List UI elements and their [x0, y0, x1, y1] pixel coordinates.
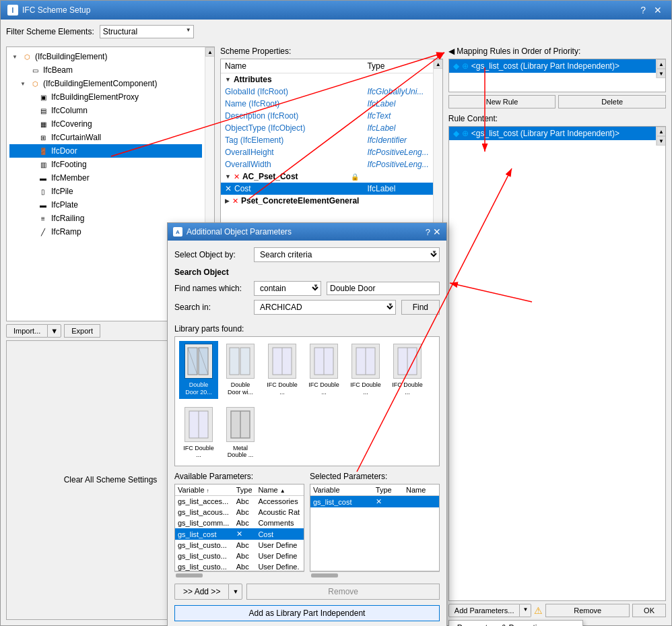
tree-item-ifc-footing[interactable]: ▥ IfcFooting [9, 158, 202, 171]
help-button[interactable]: ? [638, 5, 648, 15]
add-button[interactable]: >> Add >> [174, 584, 228, 600]
lib-item-ifc-double-4[interactable]: IFC Double ... [388, 341, 427, 399]
tree-item-ifc-beam[interactable]: ▭ IfcBeam [9, 63, 202, 77]
tree-item-ifc-curtain-wall[interactable]: ⊞ IfcCurtainWall [9, 131, 202, 144]
scroll-down[interactable]: ▼ [657, 136, 665, 146]
select-object-by-select[interactable]: Search criteria Library Part Object [254, 247, 440, 262]
delete-button[interactable]: Delete [558, 95, 666, 108]
scroll-up[interactable]: ▲ [657, 59, 665, 69]
sel-col-type[interactable]: Type [373, 484, 403, 496]
condition-select[interactable]: contain start with end with equal [254, 281, 321, 296]
table-row[interactable]: Name (IfcRoot) IfcLabel [221, 98, 433, 110]
prop-link[interactable]: OverallHeight [225, 148, 274, 157]
import-button[interactable]: Import... [6, 324, 47, 338]
avail-param-row[interactable]: gs_list_custo... Abc User Define [175, 551, 304, 561]
lib-item-ifc-double-2[interactable]: IFC Double ... [304, 341, 343, 399]
group-toggle[interactable]: ▼ [225, 173, 231, 180]
modal-help-button[interactable]: ? [426, 227, 430, 237]
remove-button[interactable]: Remove [545, 604, 630, 617]
search-in-select[interactable]: ARCHICAD [254, 300, 396, 315]
scroll-up[interactable]: ▲ [657, 127, 665, 136]
remove-modal-button[interactable]: Remove [246, 584, 440, 600]
modal-body: Select Object by: Search criteria Librar… [168, 241, 446, 626]
table-row-selected[interactable]: ✕ Cost IfcLabel [221, 183, 433, 195]
tree-item-ifc-bep[interactable]: ▣ IfcBuildingElementProxy [9, 90, 202, 104]
prop-link[interactable]: Name (IfcRoot) [225, 99, 279, 108]
group-ac-pset-cost[interactable]: ▼ ✕ AC_Pset_Cost 🔒 [221, 170, 433, 183]
lib-item-label: IFC Double ... [391, 381, 424, 396]
tree-item-ifc-bec[interactable]: ▼ ⬡ (IfcBuildingElementComponent) [9, 77, 202, 90]
railing-icon: ≡ [38, 213, 48, 224]
group-attributes[interactable]: ▼ Attributes [221, 73, 433, 86]
group-pset-concrete[interactable]: ▶ ✕ Pset_ConcreteElementGeneral [221, 195, 433, 207]
mapping-rule-item[interactable]: ◆ ⊕ <gs_list_cost (Library Part Independ… [449, 59, 656, 73]
available-params-table: Variable ↑ Type Name ▲ gs_list_acces... … [175, 484, 304, 571]
prop-link[interactable]: Description (IfcRoot) [225, 111, 298, 121]
filter-label: Filter Scheme Elements: [6, 27, 94, 36]
new-rule-button[interactable]: New Rule [448, 95, 556, 108]
tree-item-ifc-plate[interactable]: ▬ IfcPlate [9, 198, 202, 212]
lib-item-ifc-double-1[interactable]: IFC Double ... [263, 341, 302, 399]
add-parameters-arrow[interactable]: ▼ [520, 604, 531, 617]
tree-item-ifc-member[interactable]: ▬ IfcMember [9, 171, 202, 185]
lib-item-double-door-20[interactable]: Double Door 20... [179, 341, 218, 399]
sel-col-name[interactable]: Name [403, 484, 439, 496]
curtain-wall-icon: ⊞ [38, 132, 48, 143]
prop-link[interactable]: Tag (IfcElement) [225, 135, 283, 145]
avail-param-row[interactable]: gs_list_custo... Abc User Define [175, 540, 304, 551]
find-button[interactable]: Find [401, 300, 440, 315]
table-row[interactable]: Description (IfcRoot) IfcText [221, 110, 433, 122]
tree-item-ifc-column[interactable]: ▤ IfcColumn [9, 104, 202, 117]
group-toggle[interactable]: ▼ [225, 76, 231, 83]
add-lib-part-independent-button[interactable]: Add as Library Part Independent [174, 605, 440, 621]
tree-item-ifc-covering[interactable]: ▦ IfcCovering [9, 117, 202, 131]
avail-col-type[interactable]: Type [234, 484, 256, 496]
export-button[interactable]: Export [64, 324, 100, 338]
table-row[interactable]: Tag (IfcElement) IfcIdentifier [221, 134, 433, 146]
add-parameters-button[interactable]: Add Parameters... [448, 604, 520, 617]
lib-item-ifc-double-3[interactable]: IFC Double ... [346, 341, 385, 399]
avail-param-row[interactable]: gs_list_comm... Abc Comments [175, 518, 304, 528]
prop-link[interactable]: GlobalId (IfcRoot) [225, 87, 288, 96]
beam-icon: ▭ [30, 65, 40, 75]
group-toggle[interactable]: ▶ [225, 197, 230, 204]
import-btn-group: Import... ▼ [6, 324, 61, 338]
modal-close-button[interactable]: ✕ [433, 226, 441, 237]
title-bar-left: I IFC Scheme Setup [7, 5, 90, 15]
selected-param-row[interactable]: gs_list_cost ✕ [310, 496, 439, 508]
scroll-down[interactable]: ▼ [657, 69, 665, 78]
avail-param-row[interactable]: gs_list_acces... Abc Accessories [175, 496, 304, 507]
scroll-up[interactable]: ▲ [205, 47, 214, 57]
table-row[interactable]: ObjectType (IfcObject) IfcLabel [221, 122, 433, 134]
prop-link[interactable]: ObjectType (IfcObject) [225, 123, 305, 133]
lib-item-metal-double[interactable]: Metal Double ... [221, 404, 260, 462]
avail-horizontal-scroll[interactable] [174, 571, 304, 578]
search-value-input[interactable] [327, 282, 440, 295]
filter-select[interactable]: Structural Architectural All [100, 25, 194, 38]
rule-content-item[interactable]: ◆ ⊕ <gs_list_cost (Library Part Independ… [449, 127, 656, 140]
sel-col-variable[interactable]: Variable [310, 484, 373, 496]
table-row[interactable]: GlobalId (IfcRoot) IfcGloballyUni... [221, 86, 433, 98]
mapping-rules-scrollbar[interactable]: ▲ ▼ [656, 59, 665, 78]
lib-item-ifc-double-5[interactable]: IFC Double ... [179, 404, 218, 462]
table-row[interactable]: OverallHeight IfcPositiveLeng... [221, 146, 433, 158]
prop-link[interactable]: OverallWidth [225, 160, 271, 169]
avail-param-row[interactable]: gs_list_custo... Abc User Define. [175, 561, 304, 571]
close-button[interactable]: ✕ [651, 5, 665, 15]
tree-item-ifc-building-element[interactable]: ▼ ⬡ (IfcBuildingElement) [9, 50, 202, 63]
import-arrow-button[interactable]: ▼ [47, 324, 61, 338]
sel-horizontal-scroll[interactable] [310, 571, 440, 578]
add-arrow-button[interactable]: ▼ [228, 584, 242, 600]
lib-item-double-door-wi[interactable]: Double Door wi... [221, 341, 260, 399]
tree-item-ifc-pile[interactable]: ▯ IfcPile [9, 185, 202, 198]
ok-button[interactable]: OK [632, 604, 666, 617]
tree-item-ifc-door[interactable]: 🚪 IfcDoor [9, 144, 202, 158]
rule-content-scrollbar[interactable]: ▲ ▼ [656, 127, 665, 146]
avail-col-variable[interactable]: Variable ↑ [175, 484, 234, 496]
avail-col-name[interactable]: Name ▲ [255, 484, 304, 496]
scroll-up[interactable]: ▲ [434, 59, 442, 69]
avail-param-row[interactable]: gs_list_acous... Abc Acoustic Rat [175, 507, 304, 518]
dropdown-params-properties[interactable]: Parameters & Properties... [449, 621, 582, 626]
table-row[interactable]: OverallWidth IfcPositiveLeng... [221, 158, 433, 170]
avail-param-row-selected[interactable]: gs_list_cost ✕ Cost [175, 528, 304, 540]
